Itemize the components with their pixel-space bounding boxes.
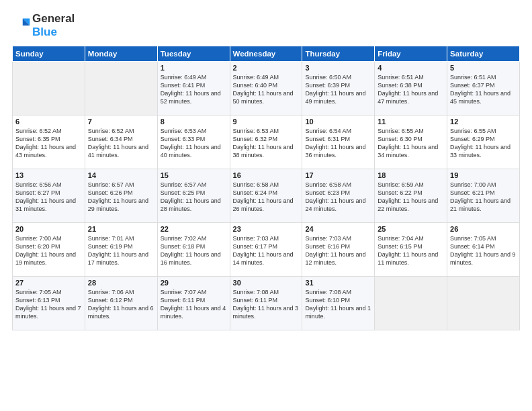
- calendar-cell: 29Sunrise: 7:07 AM Sunset: 6:11 PM Dayli…: [157, 277, 230, 330]
- cell-info: Sunrise: 6:58 AM Sunset: 6:23 PM Dayligh…: [305, 181, 371, 214]
- calendar-cell: 20Sunrise: 7:00 AM Sunset: 6:20 PM Dayli…: [13, 223, 85, 277]
- cell-info: Sunrise: 7:06 AM Sunset: 6:12 PM Dayligh…: [88, 288, 154, 321]
- day-number: 1: [161, 64, 227, 72]
- week-row-2: 6Sunrise: 6:52 AM Sunset: 6:35 PM Daylig…: [13, 116, 520, 169]
- weekday-header-sunday: Sunday: [13, 46, 85, 62]
- calendar-cell: [85, 62, 157, 116]
- day-number: 8: [161, 118, 227, 126]
- cell-info: Sunrise: 7:02 AM Sunset: 6:18 PM Dayligh…: [161, 234, 227, 267]
- day-number: 16: [233, 171, 300, 179]
- day-number: 17: [305, 171, 371, 179]
- day-number: 25: [378, 225, 444, 233]
- calendar-cell: 11Sunrise: 6:55 AM Sunset: 6:30 PM Dayli…: [375, 116, 447, 169]
- day-number: 28: [88, 279, 154, 287]
- weekday-header-thursday: Thursday: [302, 46, 375, 62]
- day-number: 30: [233, 279, 300, 287]
- cell-info: Sunrise: 7:03 AM Sunset: 6:17 PM Dayligh…: [233, 234, 300, 267]
- weekday-header-monday: Monday: [85, 46, 157, 62]
- day-number: 23: [233, 225, 300, 233]
- calendar-cell: 25Sunrise: 7:04 AM Sunset: 6:15 PM Dayli…: [375, 223, 447, 277]
- calendar-cell: 8Sunrise: 6:53 AM Sunset: 6:33 PM Daylig…: [157, 116, 230, 169]
- calendar-cell: [375, 277, 447, 330]
- day-number: 2: [233, 64, 300, 72]
- cell-info: Sunrise: 6:55 AM Sunset: 6:29 PM Dayligh…: [450, 127, 517, 160]
- day-number: 13: [15, 171, 82, 179]
- calendar-cell: 5Sunrise: 6:51 AM Sunset: 6:37 PM Daylig…: [447, 62, 520, 116]
- calendar-cell: 12Sunrise: 6:55 AM Sunset: 6:29 PM Dayli…: [447, 116, 520, 169]
- weekday-header-tuesday: Tuesday: [157, 46, 230, 62]
- day-number: 19: [450, 171, 517, 179]
- weekday-header-friday: Friday: [375, 46, 447, 62]
- day-number: 26: [450, 225, 517, 233]
- cell-info: Sunrise: 7:03 AM Sunset: 6:16 PM Dayligh…: [305, 234, 371, 267]
- calendar-cell: 19Sunrise: 7:00 AM Sunset: 6:21 PM Dayli…: [447, 169, 520, 223]
- calendar-cell: 28Sunrise: 7:06 AM Sunset: 6:12 PM Dayli…: [85, 277, 157, 330]
- week-row-3: 13Sunrise: 6:56 AM Sunset: 6:27 PM Dayli…: [13, 169, 520, 223]
- page: General Blue SundayMondayTuesdayWednesda…: [0, 0, 532, 411]
- calendar-cell: 14Sunrise: 6:57 AM Sunset: 6:26 PM Dayli…: [85, 169, 157, 223]
- day-number: 24: [305, 225, 371, 233]
- day-number: 11: [378, 118, 444, 126]
- cell-info: Sunrise: 6:53 AM Sunset: 6:33 PM Dayligh…: [161, 127, 227, 160]
- calendar-cell: [13, 62, 85, 116]
- cell-info: Sunrise: 6:57 AM Sunset: 6:26 PM Dayligh…: [88, 181, 154, 214]
- day-number: 10: [305, 118, 371, 126]
- cell-info: Sunrise: 6:49 AM Sunset: 6:41 PM Dayligh…: [161, 73, 227, 106]
- calendar-cell: 27Sunrise: 7:05 AM Sunset: 6:13 PM Dayli…: [13, 277, 85, 330]
- cell-info: Sunrise: 7:05 AM Sunset: 6:14 PM Dayligh…: [450, 234, 517, 267]
- cell-info: Sunrise: 6:52 AM Sunset: 6:34 PM Dayligh…: [88, 127, 154, 160]
- calendar-cell: 24Sunrise: 7:03 AM Sunset: 6:16 PM Dayli…: [302, 223, 375, 277]
- logo-general: General: [32, 12, 75, 25]
- logo-blue: Blue: [32, 26, 57, 38]
- day-number: 5: [450, 64, 517, 72]
- day-number: 6: [15, 118, 82, 126]
- day-number: 7: [88, 118, 154, 126]
- cell-info: Sunrise: 7:00 AM Sunset: 6:21 PM Dayligh…: [450, 181, 517, 214]
- day-number: 14: [88, 171, 154, 179]
- day-number: 3: [305, 64, 371, 72]
- calendar-cell: 15Sunrise: 6:57 AM Sunset: 6:25 PM Dayli…: [157, 169, 230, 223]
- week-row-1: 1Sunrise: 6:49 AM Sunset: 6:41 PM Daylig…: [13, 62, 520, 116]
- weekday-header-row: SundayMondayTuesdayWednesdayThursdayFrid…: [13, 46, 520, 62]
- calendar-cell: 17Sunrise: 6:58 AM Sunset: 6:23 PM Dayli…: [302, 169, 375, 223]
- day-number: 4: [378, 64, 444, 72]
- cell-info: Sunrise: 6:52 AM Sunset: 6:35 PM Dayligh…: [15, 127, 82, 160]
- cell-info: Sunrise: 7:04 AM Sunset: 6:15 PM Dayligh…: [378, 234, 444, 267]
- calendar-cell: 7Sunrise: 6:52 AM Sunset: 6:34 PM Daylig…: [85, 116, 157, 169]
- cell-info: Sunrise: 7:08 AM Sunset: 6:10 PM Dayligh…: [305, 288, 371, 321]
- week-row-4: 20Sunrise: 7:00 AM Sunset: 6:20 PM Dayli…: [13, 223, 520, 277]
- day-number: 20: [15, 225, 82, 233]
- cell-info: Sunrise: 6:55 AM Sunset: 6:30 PM Dayligh…: [378, 127, 444, 160]
- cell-info: Sunrise: 6:57 AM Sunset: 6:25 PM Dayligh…: [161, 181, 227, 214]
- day-number: 22: [161, 225, 227, 233]
- calendar-cell: 18Sunrise: 6:59 AM Sunset: 6:22 PM Dayli…: [375, 169, 447, 223]
- calendar-cell: 9Sunrise: 6:53 AM Sunset: 6:32 PM Daylig…: [230, 116, 302, 169]
- day-number: 15: [161, 171, 227, 179]
- weekday-header-saturday: Saturday: [447, 46, 520, 62]
- cell-info: Sunrise: 7:07 AM Sunset: 6:11 PM Dayligh…: [161, 288, 227, 321]
- calendar-cell: 26Sunrise: 7:05 AM Sunset: 6:14 PM Dayli…: [447, 223, 520, 277]
- calendar-cell: 3Sunrise: 6:50 AM Sunset: 6:39 PM Daylig…: [302, 62, 375, 116]
- calendar-cell: 1Sunrise: 6:49 AM Sunset: 6:41 PM Daylig…: [157, 62, 230, 116]
- calendar-cell: [447, 277, 520, 330]
- cell-info: Sunrise: 7:00 AM Sunset: 6:20 PM Dayligh…: [15, 234, 82, 267]
- cell-info: Sunrise: 6:49 AM Sunset: 6:40 PM Dayligh…: [233, 73, 300, 106]
- generalblue-icon: [12, 16, 31, 35]
- day-number: 12: [450, 118, 517, 126]
- day-number: 18: [378, 171, 444, 179]
- calendar-cell: 16Sunrise: 6:58 AM Sunset: 6:24 PM Dayli…: [230, 169, 302, 223]
- day-number: 21: [88, 225, 154, 233]
- day-number: 29: [161, 279, 227, 287]
- calendar-cell: 4Sunrise: 6:51 AM Sunset: 6:38 PM Daylig…: [375, 62, 447, 116]
- calendar-cell: 31Sunrise: 7:08 AM Sunset: 6:10 PM Dayli…: [302, 277, 375, 330]
- calendar: SundayMondayTuesdayWednesdayThursdayFrid…: [12, 46, 520, 330]
- day-number: 31: [305, 279, 371, 287]
- cell-info: Sunrise: 7:05 AM Sunset: 6:13 PM Dayligh…: [15, 288, 82, 321]
- cell-info: Sunrise: 6:58 AM Sunset: 6:24 PM Dayligh…: [233, 181, 300, 214]
- calendar-cell: 21Sunrise: 7:01 AM Sunset: 6:19 PM Dayli…: [85, 223, 157, 277]
- cell-info: Sunrise: 6:54 AM Sunset: 6:31 PM Dayligh…: [305, 127, 371, 160]
- logo: General Blue: [12, 12, 75, 39]
- cell-info: Sunrise: 6:59 AM Sunset: 6:22 PM Dayligh…: [378, 181, 444, 214]
- calendar-cell: 23Sunrise: 7:03 AM Sunset: 6:17 PM Dayli…: [230, 223, 302, 277]
- calendar-cell: 6Sunrise: 6:52 AM Sunset: 6:35 PM Daylig…: [13, 116, 85, 169]
